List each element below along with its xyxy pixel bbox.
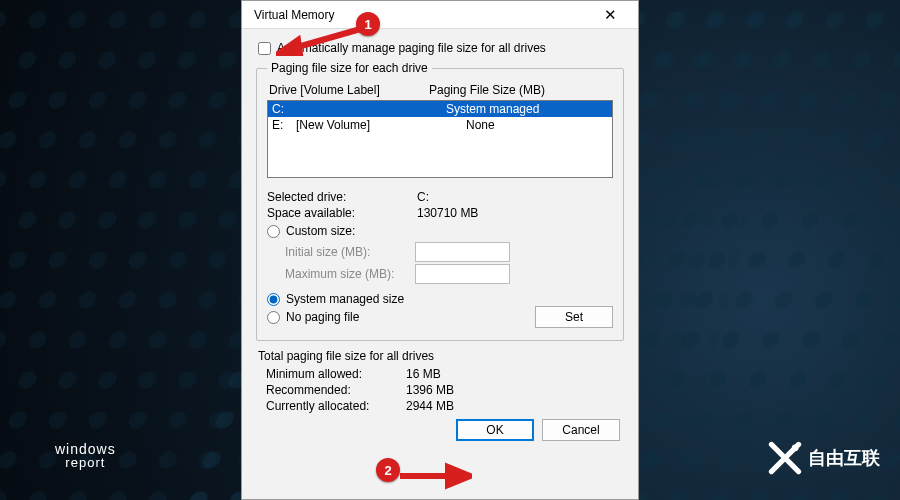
- drive-letter: E:: [268, 117, 296, 133]
- windows-report-logo: windows report: [55, 442, 116, 470]
- auto-manage-label: Automatically manage paging file size fo…: [277, 41, 546, 55]
- system-managed-option[interactable]: System managed size: [267, 292, 613, 306]
- system-managed-label: System managed size: [286, 292, 404, 306]
- recommended-value: 1396 MB: [406, 383, 454, 397]
- header-size: Paging File Size (MB): [429, 83, 545, 97]
- logo-line2: report: [55, 456, 116, 470]
- no-paging-label: No paging file: [286, 310, 359, 324]
- drive-row[interactable]: E: [New Volume] None: [268, 117, 612, 133]
- custom-size-radio[interactable]: [267, 225, 280, 238]
- drive-volume-label: [296, 101, 424, 117]
- currently-allocated-label: Currently allocated:: [256, 399, 406, 413]
- svg-point-0: [792, 444, 799, 451]
- initial-size-label: Initial size (MB):: [285, 245, 415, 259]
- watermark-text: 自由互联: [808, 446, 880, 470]
- totals-section: Minimum allowed: 16 MB Recommended: 1396…: [256, 367, 624, 413]
- drive-paging-size: None: [424, 117, 495, 133]
- custom-size-label: Custom size:: [286, 224, 355, 238]
- dialog-buttons: OK Cancel: [256, 419, 624, 441]
- drive-group-legend: Paging file size for each drive: [267, 61, 432, 75]
- window-title: Virtual Memory: [250, 8, 590, 22]
- virtual-memory-dialog: Virtual Memory ✕ Automatically manage pa…: [241, 0, 639, 500]
- drive-list-header: Drive [Volume Label] Paging File Size (M…: [267, 81, 613, 100]
- annotation-badge-2-text: 2: [384, 463, 391, 478]
- drive-list[interactable]: C: System managed E: [New Volume] None: [267, 100, 613, 178]
- annotation-badge-1: 1: [356, 12, 380, 36]
- space-available-label: Space available:: [267, 206, 417, 220]
- annotation-badge-2: 2: [376, 458, 400, 482]
- min-allowed-label: Minimum allowed:: [256, 367, 406, 381]
- header-drive: Drive [Volume Label]: [269, 83, 429, 97]
- selected-drive-row: Selected drive: C:: [267, 190, 613, 204]
- annotation-badge-1-text: 1: [364, 17, 371, 32]
- dialog-content: Automatically manage paging file size fo…: [242, 29, 638, 447]
- recommended-label: Recommended:: [256, 383, 406, 397]
- watermark-logo: 自由互联: [768, 441, 880, 475]
- custom-size-option[interactable]: Custom size:: [267, 224, 613, 238]
- drive-volume-label: [New Volume]: [296, 117, 424, 133]
- custom-size-inputs: Initial size (MB): Maximum size (MB):: [285, 242, 613, 284]
- drive-paging-size: System managed: [424, 101, 539, 117]
- drive-letter: C:: [268, 101, 296, 117]
- selected-drive-label: Selected drive:: [267, 190, 417, 204]
- x-icon: [768, 441, 802, 475]
- min-allowed-value: 16 MB: [406, 367, 441, 381]
- set-button[interactable]: Set: [535, 306, 613, 328]
- titlebar[interactable]: Virtual Memory ✕: [242, 1, 638, 29]
- cancel-button[interactable]: Cancel: [542, 419, 620, 441]
- drive-group: Paging file size for each drive Drive [V…: [256, 61, 624, 341]
- maximum-size-label: Maximum size (MB):: [285, 267, 415, 281]
- system-managed-radio[interactable]: [267, 293, 280, 306]
- close-icon[interactable]: ✕: [590, 6, 630, 24]
- auto-manage-checkbox[interactable]: [258, 42, 271, 55]
- selected-drive-value: C:: [417, 190, 429, 204]
- no-paging-radio[interactable]: [267, 311, 280, 324]
- space-available-value: 130710 MB: [417, 206, 478, 220]
- auto-manage-row[interactable]: Automatically manage paging file size fo…: [258, 41, 624, 55]
- totals-heading: Total paging file size for all drives: [258, 349, 624, 363]
- drive-row[interactable]: C: System managed: [268, 101, 612, 117]
- ok-button[interactable]: OK: [456, 419, 534, 441]
- maximum-size-input[interactable]: [415, 264, 510, 284]
- logo-line1: windows: [55, 442, 116, 457]
- currently-allocated-value: 2944 MB: [406, 399, 454, 413]
- initial-size-input[interactable]: [415, 242, 510, 262]
- space-available-row: Space available: 130710 MB: [267, 206, 613, 220]
